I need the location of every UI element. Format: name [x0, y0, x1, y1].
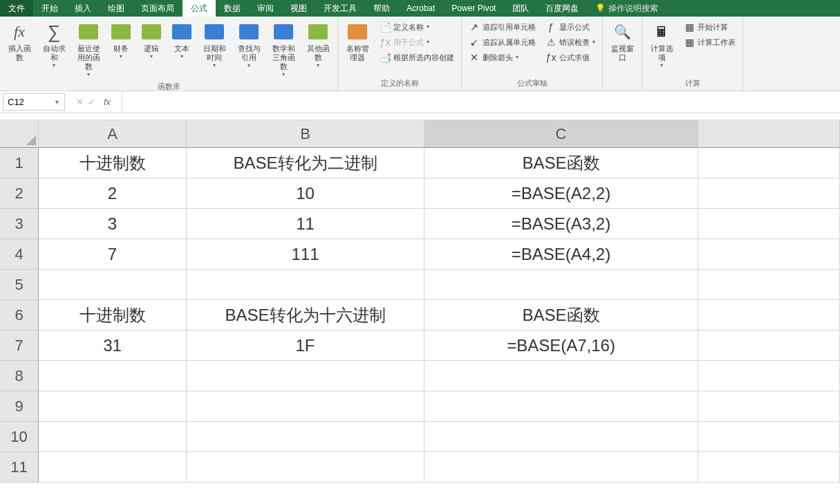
financial-button[interactable]: 财务 ▾	[106, 19, 136, 80]
cell[interactable]: BASE函数	[424, 148, 698, 178]
logical-button[interactable]: 逻辑 ▾	[137, 19, 166, 80]
watch-window-button[interactable]: 🔍 监视窗口	[606, 19, 639, 87]
cell[interactable]	[187, 422, 424, 452]
row-header[interactable]: 8	[0, 361, 39, 391]
cancel-formula-icon[interactable]: ✕	[76, 97, 84, 107]
row-header[interactable]: 3	[0, 209, 39, 239]
formula-bar-resize-handle[interactable]	[0, 113, 840, 120]
cell[interactable]	[424, 422, 698, 452]
row-header[interactable]: 11	[0, 452, 39, 483]
cell[interactable]: 11	[187, 209, 424, 239]
cell[interactable]: =BASE(A2,2)	[424, 178, 698, 209]
name-box[interactable]: C12 ▼	[3, 93, 65, 111]
menu-formulas[interactable]: 公式	[183, 0, 216, 17]
show-formulas-button[interactable]: ƒ 显示公式	[543, 20, 598, 34]
cell[interactable]: BASE函数	[424, 300, 698, 330]
menu-team[interactable]: 团队	[504, 0, 537, 17]
cell[interactable]	[39, 452, 187, 483]
error-checking-button[interactable]: ⚠ 错误检查 ▾	[543, 35, 598, 49]
menu-baidu[interactable]: 百度网盘	[537, 0, 587, 17]
calc-sheet-button[interactable]: ▦ 计算工作表	[681, 35, 738, 49]
recently-used-button[interactable]: 最近使用的函数 ▾	[72, 19, 105, 80]
cell[interactable]	[39, 422, 187, 452]
cell[interactable]	[698, 361, 840, 391]
date-time-button[interactable]: 日期和时间 ▾	[198, 19, 231, 80]
formula-input[interactable]	[122, 100, 840, 105]
menu-draw[interactable]: 绘图	[100, 0, 133, 17]
menu-acrobat[interactable]: Acrobat	[398, 0, 443, 17]
trace-dependents-button[interactable]: ↙ 追踪从属单元格	[466, 35, 539, 49]
row-header[interactable]: 2	[0, 178, 39, 209]
cell[interactable]: 7	[39, 239, 187, 270]
cell[interactable]	[698, 148, 840, 178]
menu-page-layout[interactable]: 页面布局	[133, 0, 183, 17]
cell[interactable]	[39, 361, 187, 391]
cell[interactable]	[39, 391, 187, 422]
cell[interactable]	[698, 178, 840, 209]
cell[interactable]	[698, 270, 840, 300]
use-in-formula-button[interactable]: ƒx 用于公式 ▾	[377, 35, 457, 49]
cell[interactable]	[698, 391, 840, 422]
cell[interactable]	[698, 239, 840, 270]
cell[interactable]	[424, 361, 698, 391]
cell[interactable]	[424, 270, 698, 300]
cell[interactable]: =BASE(A4,2)	[424, 239, 698, 270]
row-header[interactable]: 7	[0, 330, 39, 361]
col-header-c[interactable]: C	[424, 120, 698, 148]
menu-help[interactable]: 帮助	[365, 0, 398, 17]
cell[interactable]: =BASE(A7,16)	[424, 330, 698, 361]
cell[interactable]	[698, 330, 840, 361]
insert-function-button[interactable]: fx 插入函数	[3, 19, 36, 80]
select-all-corner[interactable]	[0, 120, 39, 148]
cell[interactable]	[698, 300, 840, 330]
cell[interactable]	[424, 452, 698, 483]
cell[interactable]: 十进制数	[39, 300, 187, 330]
cell[interactable]: 1F	[187, 330, 424, 361]
create-from-selection-button[interactable]: 📑 根据所选内容创建	[377, 50, 457, 64]
cell[interactable]	[187, 452, 424, 483]
cell[interactable]: 10	[187, 178, 424, 209]
menu-view[interactable]: 视图	[282, 0, 315, 17]
menu-data[interactable]: 数据	[216, 0, 249, 17]
cell[interactable]: =BASE(A3,2)	[424, 209, 698, 239]
menu-review[interactable]: 审阅	[249, 0, 282, 17]
define-name-button[interactable]: 📄 定义名称 ▾	[377, 20, 457, 34]
cell[interactable]	[698, 452, 840, 483]
cell[interactable]: 111	[187, 239, 424, 270]
menu-file[interactable]: 文件	[0, 0, 33, 17]
cell[interactable]: BASE转化为十六进制	[187, 300, 424, 330]
col-header-a[interactable]: A	[39, 120, 187, 148]
cell[interactable]	[698, 422, 840, 452]
col-header-b[interactable]: B	[187, 120, 424, 148]
row-header[interactable]: 1	[0, 148, 39, 178]
cell[interactable]	[39, 270, 187, 300]
remove-arrows-button[interactable]: ✕ 删除箭头 ▾	[466, 50, 539, 64]
row-header[interactable]: 4	[0, 239, 39, 270]
menu-developer[interactable]: 开发工具	[315, 0, 365, 17]
cell[interactable]	[187, 270, 424, 300]
cell[interactable]: 3	[39, 209, 187, 239]
row-header[interactable]: 10	[0, 422, 39, 452]
cell[interactable]	[424, 391, 698, 422]
cell[interactable]	[187, 391, 424, 422]
more-functions-button[interactable]: 其他函数 ▾	[301, 19, 335, 80]
menu-insert[interactable]: 插入	[66, 0, 100, 17]
menu-power-pivot[interactable]: Power Pivot	[443, 0, 504, 17]
calc-now-button[interactable]: ▦ 开始计算	[681, 20, 738, 34]
autosum-button[interactable]: ∑ 自动求和 ▾	[37, 19, 71, 80]
lookup-ref-button[interactable]: 查找与引用 ▾	[232, 19, 265, 80]
cell[interactable]: 十进制数	[39, 148, 187, 178]
cell[interactable]: BASE转化为二进制	[187, 148, 424, 178]
row-header[interactable]: 6	[0, 300, 39, 330]
name-manager-button[interactable]: 名称管理器	[341, 19, 374, 77]
col-header-d[interactable]	[698, 120, 840, 148]
cell[interactable]: 31	[39, 330, 187, 361]
cell[interactable]: 2	[39, 178, 187, 209]
menu-home[interactable]: 开始	[33, 0, 66, 17]
accept-formula-icon[interactable]: ✓	[88, 97, 95, 107]
calc-options-button[interactable]: 🖩 计算选项 ▾	[645, 19, 678, 77]
cell[interactable]	[187, 361, 424, 391]
fx-icon[interactable]: fx	[100, 97, 115, 107]
cell[interactable]	[698, 209, 840, 239]
trace-precedents-button[interactable]: ↗ 追踪引用单元格	[466, 20, 539, 34]
